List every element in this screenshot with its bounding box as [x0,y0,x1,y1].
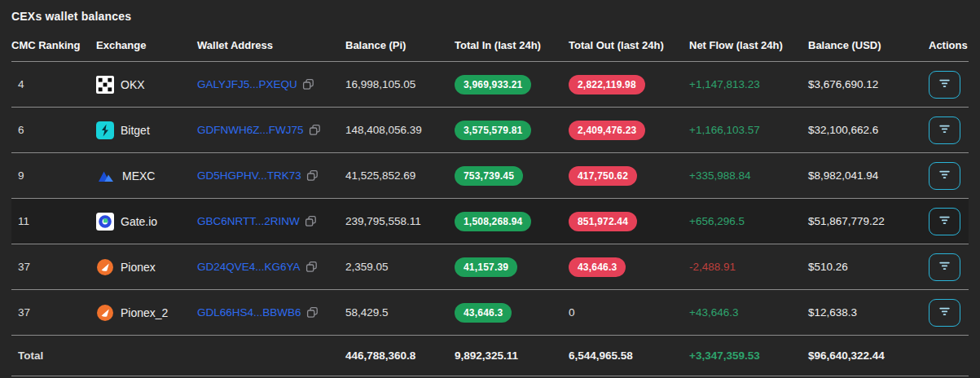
column-header-total-in-last-24h: Total In (last 24h) [455,26,569,62]
wallet-address-link[interactable]: GDL66HS4...BBWB6 [197,306,301,319]
exchange-name: Pionex_2 [121,306,168,319]
net-flow-value: -2,488.91 [689,261,736,273]
net-flow-value: +335,988.84 [689,169,750,182]
total-out-value: 0 [569,306,575,319]
column-header-balance-usd: Balance (USD) [808,26,929,62]
filter-funnel-icon [938,78,951,91]
column-header-cmc-ranking: CMC Ranking [11,26,96,62]
balance-pi-value: 58,429.5 [345,290,455,336]
copy-icon[interactable] [305,261,318,273]
row-actions-button[interactable] [929,71,960,99]
cmc-ranking-value: 37 [11,244,96,290]
copy-icon[interactable] [305,215,317,227]
total-out-sum: 6,544,965.58 [569,336,689,376]
row-actions-button[interactable] [929,299,960,327]
page-title: CEXs wallet balances [11,8,969,26]
total-out-badge: 851,972.44 [569,212,637,231]
bitget-logo-icon [96,121,114,139]
row-actions-button[interactable] [929,116,960,144]
cmc-ranking-value: 37 [11,290,96,336]
filter-funnel-icon [938,306,951,319]
mexc-logo-icon [96,169,116,183]
table-row-okx: 4OKXGALYJFJ5...PXEQU16,998,105.053,969,9… [11,62,969,108]
okx-logo-icon [96,76,114,94]
wallet-address-link[interactable]: GD24QVE4...KG6YA [197,261,301,273]
cmc-ranking-value: 9 [11,153,96,199]
net-flow-value: +656,296.5 [689,215,745,227]
column-header-total-out-last-24h: Total Out (last 24h) [569,26,689,62]
balances-table: CMC RankingExchangeWallet AddressBalance… [11,26,969,376]
total-in-badge: 3,969,933.21 [455,75,531,94]
total-in-badge: 753,739.45 [455,166,523,186]
wallet-address-link[interactable]: GALYJFJ5...PXEQU [197,78,297,90]
total-in-badge: 1,508,268.94 [455,212,531,231]
copy-icon[interactable] [306,306,319,319]
balance-pi-value: 16,998,105.05 [345,62,455,108]
filter-funnel-icon [938,169,951,182]
net-flow-value: +1,166,103.57 [689,124,760,136]
wallet-address-link[interactable]: GD5HGPHV...TRK73 [197,169,301,182]
table-row-pionex: 37PionexGD24QVE4...KG6YA2,359.0541,157.3… [11,244,969,290]
table-row-pionex-2: 37Pionex_2GDL66HS4...BBWB658,429.543,646… [11,290,969,336]
balance-pi-value: 2,359.05 [345,244,455,290]
exchange-name: Pionex [121,261,156,274]
balance-usd-value: $8,982,041.94 [808,169,878,182]
total-net-flow: +3,347,359.53 [689,349,760,362]
wallet-address-link[interactable]: GDFNWH6Z...FWJ75 [197,124,304,136]
gateio-logo-icon [96,213,114,231]
row-actions-button[interactable] [929,162,960,190]
table-header-row: CMC RankingExchangeWallet AddressBalance… [11,26,969,62]
pionex-logo-icon [96,304,114,322]
net-flow-value: +43,646.3 [689,306,738,319]
balance-pi-value: 239,795,558.11 [345,199,455,244]
total-out-badge: 43,646.3 [569,257,626,277]
table-row-bitget: 6BitgetGDFNWH6Z...FWJ75148,408,056.393,5… [11,108,969,153]
total-in-badge: 43,646.3 [455,303,512,323]
cmc-ranking-value: 11 [11,199,96,244]
table-row-gate-io: 11Gate.ioGBC6NRTT...2RINW239,795,558.111… [11,199,969,244]
exchange-name: Gate.io [121,215,157,228]
balance-usd-value: $12,638.3 [808,306,857,319]
total-out-badge: 2,822,119.98 [569,75,645,94]
balance-usd-value: $3,676,690.12 [808,78,878,90]
balance-pi-value: 41,525,852.69 [345,153,455,199]
total-balance-usd: $96,640,322.44 [808,336,929,376]
copy-icon[interactable] [309,124,321,136]
exchange-name: OKX [121,78,145,91]
column-header-exchange: Exchange [96,26,197,62]
total-out-badge: 2,409,476.23 [569,121,645,140]
balance-usd-value: $51,867,779.22 [808,215,885,227]
total-in-badge: 3,575,579.81 [455,121,531,140]
total-out-badge: 417,750.62 [569,166,637,186]
net-flow-value: +1,147,813.23 [689,78,760,90]
filter-funnel-icon [938,261,951,274]
exchange-name: Bitget [121,124,150,137]
table-row-mexc: 9MEXCGD5HGPHV...TRK7341,525,852.69753,73… [11,153,969,199]
row-actions-button[interactable] [929,253,960,281]
balance-usd-value: $510.26 [808,261,848,273]
table-total-row: Total446,788,360.89,892,325.116,544,965.… [11,336,969,376]
column-header-actions: Actions [929,26,969,62]
cmc-ranking-value: 6 [11,108,96,153]
copy-icon[interactable] [302,78,314,90]
column-header-net-flow-last-24h: Net Flow (last 24h) [689,26,808,62]
total-in-badge: 41,157.39 [455,257,517,277]
total-in-sum: 9,892,325.11 [455,336,569,376]
copy-icon[interactable] [306,169,319,182]
cex-wallet-balances-panel: CEXs wallet balances CMC RankingExchange… [0,0,980,376]
total-balance-pi: 446,788,360.8 [345,336,455,376]
pionex-logo-icon [96,258,114,276]
total-label: Total [11,336,345,376]
balance-pi-value: 148,408,056.39 [345,108,455,153]
balance-usd-value: $32,100,662.6 [808,124,878,136]
filter-funnel-icon [938,215,951,228]
row-actions-button[interactable] [929,208,960,235]
exchange-name: MEXC [122,169,155,182]
column-header-balance-pi: Balance (Pi) [345,26,455,62]
column-header-wallet-address: Wallet Address [197,26,345,62]
filter-funnel-icon [938,124,951,137]
wallet-address-link[interactable]: GBC6NRTT...2RINW [197,215,300,227]
cmc-ranking-value: 4 [11,62,96,108]
